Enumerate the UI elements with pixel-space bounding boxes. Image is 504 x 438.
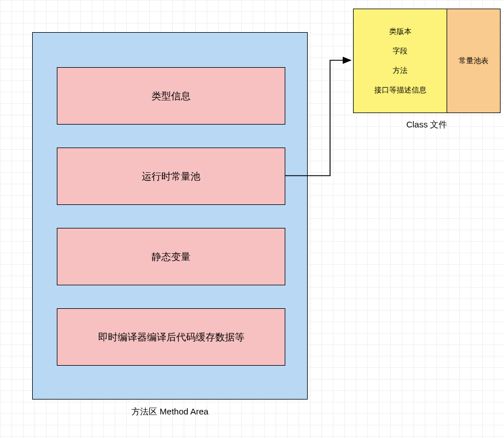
method-area-box-type-info: 类型信息 — [57, 67, 285, 125]
class-file-item-interfaces: 接口等描述信息 — [374, 85, 427, 95]
method-area-container: 类型信息 运行时常量池 静态变量 即时编译器编译后代码缓存数据等 — [32, 32, 308, 400]
class-file-constant-pool-label: 常量池表 — [459, 56, 489, 66]
method-area-box-static-vars: 静态变量 — [57, 228, 285, 285]
method-area-box-jit-cache: 即时编译器编译后代码缓存数据等 — [57, 308, 285, 366]
class-file-left-panel: 类版本 字段 方法 接口等描述信息 — [354, 9, 447, 113]
class-file-item-version: 类版本 — [389, 26, 412, 37]
method-area-label: 方法区 Method Area — [32, 406, 308, 417]
class-file-item-fields: 字段 — [393, 46, 408, 56]
method-area-box-runtime-constant-pool: 运行时常量池 — [57, 148, 285, 205]
class-file-right-panel: 常量池表 — [447, 9, 500, 113]
class-file-item-methods: 方法 — [393, 65, 408, 76]
class-file-container: 类版本 字段 方法 接口等描述信息 常量池表 — [353, 9, 501, 113]
class-file-label: Class 文件 — [353, 119, 501, 130]
diagram-canvas: 类型信息 运行时常量池 静态变量 即时编译器编译后代码缓存数据等 方法区 Met… — [0, 0, 504, 438]
